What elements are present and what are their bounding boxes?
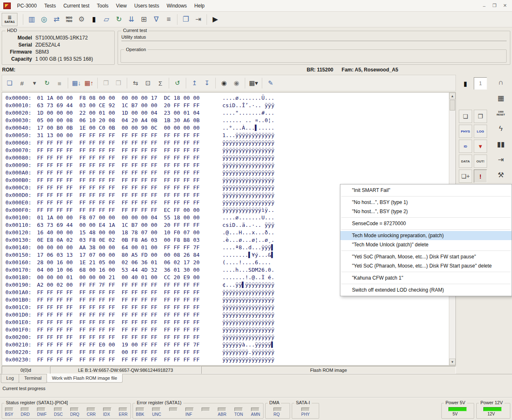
context-menu-item-switch-off-extended-lod-checking-ram[interactable]: Switch off extended LOD checking (RAM) xyxy=(340,285,512,295)
load-red-button[interactable]: ▼ xyxy=(474,140,487,153)
context-menu-item-init-smart-fail[interactable]: "Init SMART Fail" xyxy=(340,186,512,195)
export-down-icon[interactable]: ↧ xyxy=(201,77,213,89)
chip-select-icon[interactable]: ▦▾ xyxy=(247,77,260,89)
refresh-view-icon[interactable]: ↻ xyxy=(41,77,53,89)
status-window-icon[interactable]: ▥ xyxy=(25,13,38,26)
hex-row[interactable]: 0x00220:FF FF FF FF FF FF FF FF 00 FF FF… xyxy=(5,349,448,356)
context-menu-item-tech-mode-unlocking-preparation-patch[interactable]: Tech Mode unlocking preparation, (patch) xyxy=(340,231,512,240)
flow-icon[interactable]: ⇥ xyxy=(495,153,507,166)
scroll-thumb[interactable] xyxy=(450,100,455,111)
hex-row[interactable]: 0x00070:FF FF FF FF FF FF FF FF FF FF FF… xyxy=(5,147,448,154)
write-rom-icon[interactable]: ▦↑ xyxy=(83,77,95,89)
open-rom-file-icon[interactable]: ❐ xyxy=(474,110,487,123)
minimize-button[interactable]: – xyxy=(480,2,489,10)
log-view-button[interactable]: LOG xyxy=(474,125,487,138)
menu-tools[interactable]: Tools xyxy=(93,1,112,11)
hex-row[interactable]: 0x001B0:FF FF FF FF FF FF FF FF FF FF FF… xyxy=(5,296,448,304)
save-rom-file-icon[interactable]: ❏ xyxy=(459,110,472,123)
context-menu-item-tech-mode-unlock-patch-delete[interactable]: "Tech Mode Unlock (patch)" delete xyxy=(340,240,512,249)
read-rom-icon[interactable]: ▦↓ xyxy=(70,77,83,89)
context-menu-item-kahuna-cfw-patch-1[interactable]: "Kahuna CFW patch 1" xyxy=(340,273,512,282)
tab-log[interactable]: Log xyxy=(1,374,19,383)
menu-view[interactable]: View xyxy=(112,1,130,11)
script-lines-icon[interactable]: ≡ xyxy=(162,13,175,26)
data-chip-button[interactable]: DATA xyxy=(459,155,472,168)
hex-row[interactable]: 0x00230:FF FF FF FF FF FF FF FF FF FF FF… xyxy=(5,356,448,364)
context-menu-item-sensecode-87270000[interactable]: SenseCode = 87270000 xyxy=(340,219,512,228)
context-menu-item-no-host-bsy-type-2[interactable]: "No host...", BSY (type 2) xyxy=(340,207,512,216)
transfer-icon[interactable]: ⇥ xyxy=(192,13,204,26)
search-icon[interactable]: ◎ xyxy=(38,13,50,26)
tab-work-with-flash-rom-image-file[interactable]: Work with Flash ROM image file xyxy=(47,374,123,383)
hex-row[interactable]: 0x001F0:FF FF FF FF FF FF FF FF FF FF FF… xyxy=(5,326,448,334)
led-label: IDX xyxy=(103,412,110,417)
menu-users-tests[interactable]: Users tests xyxy=(130,1,163,11)
menu-tests[interactable]: Tests xyxy=(40,1,59,11)
menu-pc-3000[interactable]: PC-3000 xyxy=(13,1,40,11)
hex-row[interactable]: 0x00010:63 73 69 44 03 00 CE 92 1C B7 00… xyxy=(5,102,448,109)
context-menu-item-yeti-soc-pharaoh-moose-etc-disk-fw-start[interactable]: "Yeti SoC (Pharaoh, Moose, etc...) Disk … xyxy=(340,261,512,270)
hex-row[interactable]: 0x001D0:FF FF FF FF FF FF FF FF FF FF FF… xyxy=(5,311,448,319)
restore-button[interactable]: ❐ xyxy=(490,2,499,10)
export-up-icon[interactable]: ↥ xyxy=(188,77,201,89)
hex-row[interactable]: 0x00210:FF FF FF FF FF FF E0 00 19 00 FF… xyxy=(5,341,448,349)
hex-row[interactable]: 0x00080:FF FF FF FF FF FF FF FF FF FF FF… xyxy=(5,154,448,162)
scroll-down-arrow[interactable]: ▼ xyxy=(449,359,455,365)
menu-windows[interactable]: Windows xyxy=(163,1,191,11)
socket-icon[interactable]: ϟ xyxy=(495,123,507,135)
phys-view-button[interactable]: PHYS xyxy=(459,125,472,138)
hex-row[interactable]: 0x00030:05 00 00 08 06 10 20 08 04 20 A4… xyxy=(5,117,448,124)
hex-row[interactable]: 0x00200:FF FF FF FF FF FF FF FF FF FF FF… xyxy=(5,334,448,341)
menu-current-test[interactable]: Current test xyxy=(59,1,93,11)
id-button[interactable]: ID xyxy=(459,140,472,153)
switch-port-icon[interactable]: ⇄ xyxy=(50,13,63,26)
active-chip-icon[interactable]: ▮ xyxy=(460,77,471,90)
hex-row[interactable]: 0x00000:01 1A 00 00 F8 08 00 00 00 00 00… xyxy=(5,94,448,102)
refresh-icon[interactable]: ↻ xyxy=(113,13,125,26)
start-icon[interactable]: ▶ xyxy=(209,13,222,26)
hex-row[interactable]: 0x000A0:FF FF FF FF FF FF FF FF FF FF FF… xyxy=(5,169,448,177)
rom-chip-icon[interactable]: ▮ xyxy=(88,13,100,26)
edit-signature-icon[interactable]: ✎ xyxy=(264,77,277,89)
load-fw-icon[interactable]: ⇊ xyxy=(125,13,138,26)
nvram-chip-icon[interactable]: ▦ xyxy=(495,92,507,104)
hex-row[interactable]: 0x00040:17 00 B0 0B 1E 00 C0 0B 00 00 90… xyxy=(5,124,448,132)
open-image-icon[interactable]: ❏ xyxy=(3,77,16,89)
loopback-icon[interactable]: ∩ xyxy=(495,76,507,89)
hex-row[interactable]: 0x001C0:FF FF FF FF FF FF FF FF FF FF FF… xyxy=(5,304,448,311)
funnel-icon[interactable]: ∇ xyxy=(150,13,162,26)
reload-icon[interactable]: ↺ xyxy=(171,77,184,89)
baud-rate-icon[interactable]: 9600 7600 xyxy=(63,13,75,26)
tools-icon[interactable]: ⚒ xyxy=(495,169,507,181)
out-chip-button[interactable]: OUT! xyxy=(474,155,487,168)
hex-row[interactable]: 0x000B0:FF FF FF FF FF FF FF FF FF FF FF… xyxy=(5,177,448,184)
find-next-icon[interactable]: ◉ xyxy=(230,77,243,89)
hex-row[interactable]: 0x00020:1D 00 00 00 22 00 01 00 1D 00 00… xyxy=(5,109,448,117)
export-plus-button[interactable]: ❏+ xyxy=(459,169,472,183)
hex-row[interactable]: 0x00060:FF FF FF FF FF FF FF FF FF FF FF… xyxy=(5,139,448,147)
settings-gears-icon[interactable]: ⚙ xyxy=(75,13,88,26)
context-menu-item-no-host-bsy-type-1[interactable]: "No host...", BSY (type 1) xyxy=(340,198,512,207)
patch-menu-button[interactable]: ! xyxy=(474,169,487,183)
checksum-icon[interactable]: Σ xyxy=(154,77,167,89)
tab-terminal[interactable]: Terminal xyxy=(19,374,47,383)
close-button[interactable]: ✕ xyxy=(500,2,510,10)
compare-icon[interactable]: ⇆ xyxy=(129,77,142,89)
hex-row[interactable]: 0x001E0:FF FF FF FF FF FF FF FF FF FF FF… xyxy=(5,319,448,326)
context-menu-item-yeti-soc-pharaoh-moose-etc-disk-fw-start[interactable]: "Yeti SoC (Pharaoh, Moose, etc...) Disk … xyxy=(340,252,512,261)
flag-icon[interactable]: ▱ xyxy=(100,13,113,26)
sector-grid-icon[interactable]: ⊞ xyxy=(138,13,150,26)
power-5v-panel: Power 5V 5V xyxy=(441,403,474,419)
sata1-port-button[interactable]: ≣ SATA1 xyxy=(2,13,17,26)
hex-row[interactable]: 0x00050:31 13 00 00 FF FF FF FF FF FF FF… xyxy=(5,132,448,139)
copy-icon[interactable]: ❐ xyxy=(180,13,192,26)
menu-help[interactable]: Help xyxy=(191,1,209,11)
select-block-icon[interactable]: ⊡ xyxy=(142,77,154,89)
pause-icon[interactable]: ▮▮ xyxy=(495,138,507,150)
filter-dropdown-icon[interactable]: ▾ xyxy=(28,77,41,89)
scroll-up-arrow[interactable]: ▲ xyxy=(449,93,455,99)
structure-icon[interactable]: # xyxy=(16,77,28,89)
reset-chip-icon[interactable]: 1000 RESET xyxy=(495,107,507,120)
find-icon[interactable]: ◉ xyxy=(218,77,230,89)
hex-row[interactable]: 0x00090:FF FF FF FF FF FF FF FF FF FF FF… xyxy=(5,162,448,169)
